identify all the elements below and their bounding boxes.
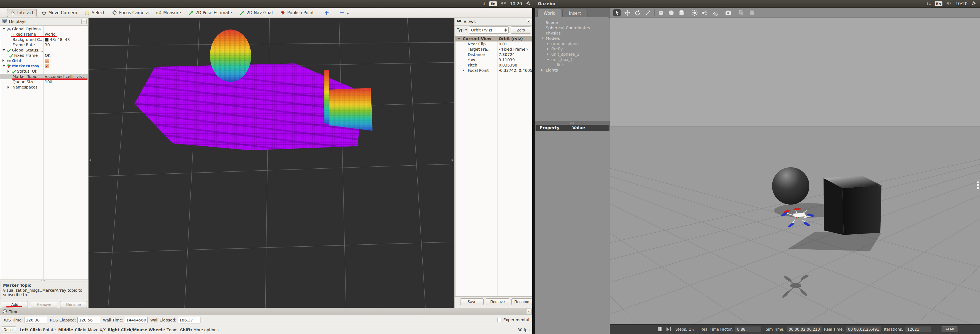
keyboard-layout-indicator[interactable]: En <box>489 2 497 6</box>
rename-display-button[interactable]: Rename <box>60 301 87 308</box>
property-value[interactable]: 0.835398 <box>499 63 517 68</box>
world-tree-item-unit-sphere-1[interactable]: unit_sphere_1 <box>535 52 610 57</box>
property-value[interactable]: 48; 48; 48 <box>50 37 70 42</box>
panel-splitter-handle[interactable] <box>41 280 47 281</box>
toolbar-drag-handle[interactable] <box>3 10 4 16</box>
remove-display-button[interactable]: Remove <box>30 301 57 308</box>
chevron-right-icon[interactable] <box>541 69 543 72</box>
displays-tree-row[interactable]: Namespaces <box>0 84 88 90</box>
time-field-input[interactable] <box>77 317 100 323</box>
screenshot-tool-icon[interactable] <box>724 9 732 17</box>
experimental-option[interactable]: Experimental <box>497 318 529 322</box>
session-gear-icon[interactable] <box>971 1 976 7</box>
spot-light-tool-icon[interactable] <box>701 9 709 17</box>
translate-tool-icon[interactable] <box>624 9 631 17</box>
world-tree-item-ground-plane[interactable]: ground_plane <box>535 41 610 46</box>
sphere-tool-icon[interactable] <box>667 9 675 17</box>
panel-collapse-arrow-left[interactable] <box>89 159 91 162</box>
property-value[interactable]: <Fixed Frame> <box>499 47 529 52</box>
displays-tree-row[interactable]: Global Status:... <box>0 48 88 53</box>
tool-interact[interactable]: Interact <box>7 9 37 17</box>
time-field-input[interactable] <box>24 317 47 323</box>
cylinder-tool-icon[interactable] <box>678 9 686 17</box>
steps-caret-icon[interactable] <box>692 329 694 331</box>
tool-publish-point[interactable]: Publish Point <box>277 9 317 17</box>
views-tree-row[interactable]: Distance7.30724 <box>455 52 532 57</box>
property-value[interactable]: 100 <box>45 80 52 84</box>
displays-tree-row[interactable]: Frame Rate30 <box>0 42 88 48</box>
clock[interactable]: 10:20 <box>956 2 967 6</box>
keyboard-layout-indicator[interactable]: En <box>935 2 942 6</box>
world-tree-item-spherical-coordinates[interactable]: Spherical Coordinates <box>535 25 610 30</box>
rviz-3d-viewport[interactable] <box>89 18 454 308</box>
displays-tree-row[interactable]: Background C...48; 48; 48 <box>0 37 88 42</box>
tab-world[interactable]: World <box>537 9 562 17</box>
property-value[interactable]: 0.01 <box>499 41 507 47</box>
displays-tree-row[interactable]: Status: Ok <box>0 69 88 74</box>
save-view-button[interactable]: Save <box>460 298 484 305</box>
remove-tool-button[interactable] <box>337 9 352 17</box>
views-tree-row[interactable]: Focal Point-0.33742; 0.4605... <box>455 68 532 73</box>
views-tree-row[interactable]: Pitch0.835398 <box>455 63 532 68</box>
chevron-right-icon[interactable] <box>547 48 549 50</box>
pause-button[interactable] <box>659 327 662 331</box>
time-close-button[interactable]: × <box>526 309 531 314</box>
rviz-reset-button[interactable]: Reset <box>1 326 16 333</box>
displays-tree-row[interactable]: Queue Size100 <box>0 80 88 84</box>
displays-tree-row[interactable]: Grid✓ <box>0 58 88 64</box>
displays-close-button[interactable]: × <box>81 19 87 24</box>
color-swatch[interactable] <box>45 38 48 41</box>
world-tree-item-scene[interactable]: Scene <box>535 20 610 25</box>
tool-move-camera[interactable]: Move Camera <box>38 9 80 17</box>
panel-collapse-arrow-right[interactable] <box>452 159 453 162</box>
step-button[interactable] <box>667 327 671 331</box>
rename-view-button[interactable]: Rename <box>511 298 532 305</box>
spinner-arrows-icon[interactable] <box>504 29 507 32</box>
box-tool-icon[interactable] <box>657 9 665 17</box>
clock[interactable]: 10:20 <box>510 2 522 6</box>
paste-tool-icon[interactable] <box>748 9 756 17</box>
chevron-right-icon[interactable] <box>8 86 9 89</box>
property-value[interactable]: 30 <box>45 42 50 48</box>
copy-tool-icon[interactable] <box>738 9 745 17</box>
add-tool-button[interactable] <box>321 9 332 17</box>
tool-focus-camera[interactable]: Focus Camera <box>109 9 151 17</box>
world-tree-item-physics[interactable]: Physics <box>535 30 610 36</box>
chevron-right-icon[interactable] <box>8 70 9 73</box>
chevron-right-icon[interactable] <box>547 42 549 45</box>
views-tree-row[interactable]: Current ViewOrbit (rviz) <box>455 36 532 41</box>
volume-muted-icon[interactable] <box>946 1 951 6</box>
view-type-combobox[interactable]: Orbit (rviz) <box>469 27 509 34</box>
network-icon[interactable]: ↑↓ <box>926 2 931 6</box>
chevron-down-icon[interactable] <box>3 28 5 30</box>
world-tree-item-link[interactable]: link <box>535 62 610 68</box>
property-value[interactable]: OK <box>45 53 50 58</box>
point-light-tool-icon[interactable] <box>691 9 698 17</box>
remove-view-button[interactable]: Remove <box>486 298 509 305</box>
chevron-down-icon[interactable] <box>541 38 544 39</box>
views-panel-header[interactable]: Views × <box>455 18 533 25</box>
displays-tree-row[interactable]: Fixed FrameOK <box>0 53 88 58</box>
views-tree-row[interactable]: Target Fra...<Fixed Frame> <box>455 47 532 52</box>
displays-panel-header[interactable]: Displays × <box>0 18 88 25</box>
property-value[interactable]: Orbit (rviz) <box>499 36 523 41</box>
gazebo-reset-button[interactable]: Reset <box>942 326 958 332</box>
gazebo-3d-viewport[interactable] <box>610 18 980 324</box>
enabled-checkbox[interactable]: ✓ <box>45 59 49 63</box>
views-tree-row[interactable]: Near Clip ...0.01 <box>455 41 532 47</box>
views-tree[interactable]: Current ViewOrbit (rviz)Near Clip ...0.0… <box>455 35 533 297</box>
rotate-tool-icon[interactable] <box>634 9 641 17</box>
scale-tool-icon[interactable] <box>644 9 652 17</box>
gazebo-world-tree[interactable]: SceneSpherical CoordinatesPhysicsModelsg… <box>535 17 610 121</box>
tool-measure[interactable]: Measure <box>153 9 184 17</box>
steps-value[interactable]: 1 <box>689 327 691 331</box>
chevron-right-icon[interactable] <box>463 69 465 72</box>
zero-view-button[interactable]: Zero <box>511 27 531 34</box>
property-value[interactable]: -0.33742; 0.4605... <box>499 68 533 73</box>
time-field-input[interactable] <box>178 317 200 323</box>
session-gear-icon[interactable] <box>526 1 531 7</box>
views-close-button[interactable]: × <box>526 19 531 24</box>
time-panel-header[interactable]: Time × <box>0 308 534 315</box>
tool-2d-nav-goal[interactable]: 2D Nav Goal <box>237 9 275 17</box>
gazebo-panel-splitter[interactable] <box>535 121 610 125</box>
